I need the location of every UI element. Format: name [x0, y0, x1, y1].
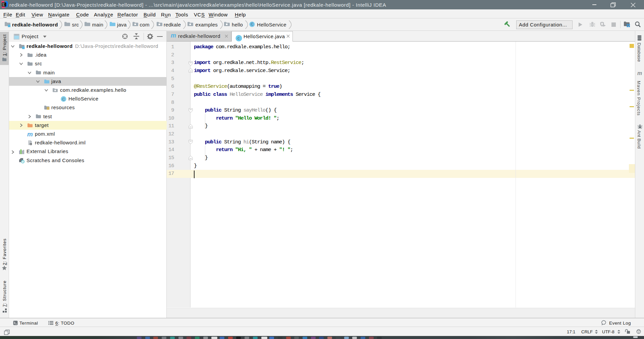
svg-text:c: c — [237, 36, 239, 41]
svg-text:IJ: IJ — [2, 3, 4, 5]
svg-text:C: C — [62, 97, 65, 101]
svg-text:C: C — [251, 22, 254, 26]
